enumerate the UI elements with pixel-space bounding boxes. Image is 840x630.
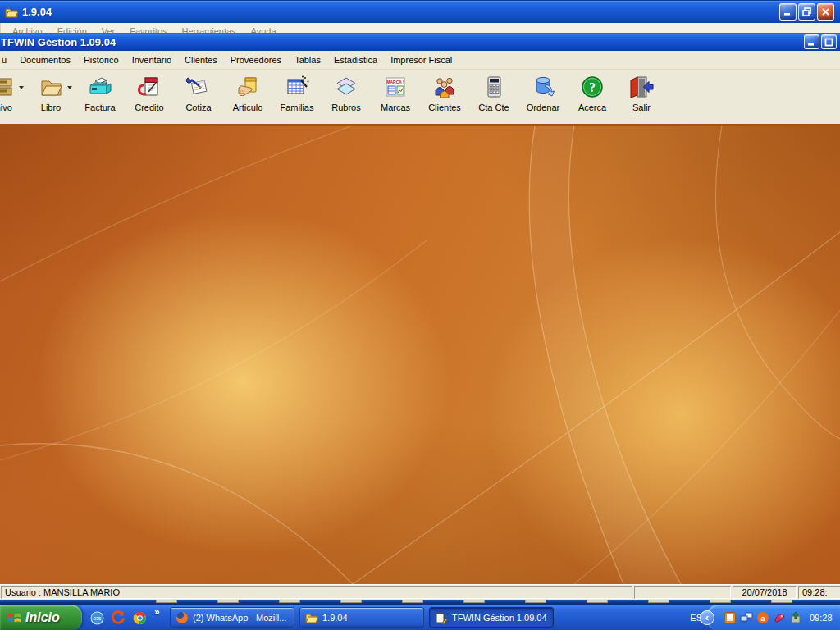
screen: 1.9.04 Archivo Edición Ver Favoritos Her… <box>0 0 840 630</box>
toolbar-button-cta-cte[interactable]: Cta Cte <box>469 70 518 124</box>
tray-clock[interactable]: 09:28 <box>810 613 833 623</box>
folder-icon <box>305 611 318 624</box>
database-sort-icon <box>530 74 556 100</box>
explorer-minimize-button[interactable] <box>779 3 797 21</box>
menu-item-inventario[interactable]: Inventario <box>126 52 178 68</box>
libro-dropdown-arrow[interactable] <box>67 86 72 89</box>
explorer-close-button[interactable] <box>817 3 834 21</box>
usb-device-icon[interactable] <box>789 611 802 624</box>
quote-pad-icon <box>185 74 212 100</box>
toolbar-button-libro[interactable]: Libro <box>26 70 75 124</box>
windows-flag-icon <box>7 610 21 625</box>
explorer-window-title: 1.9.04 <box>22 6 52 18</box>
menu-item-historico[interactable]: Historico <box>77 52 126 68</box>
svg-text:935: 935 <box>93 616 101 621</box>
toolbar-button-archivo[interactable]: chivo <box>0 70 26 124</box>
explorer-menu-edicion: Edición <box>57 26 87 33</box>
article-hand-icon <box>235 74 261 100</box>
statusbar-time: 09:28: <box>798 586 840 599</box>
toolbar-button-ordenar[interactable]: Ordenar <box>518 70 568 124</box>
people-icon <box>431 74 458 100</box>
taskbar-button-label: 1.9.04 <box>322 613 348 623</box>
toolbar-button-salir[interactable]: Salir <box>617 70 666 124</box>
toolbar-button-articulo[interactable]: Articulo <box>223 70 272 124</box>
statusbar-blank-panel <box>634 586 731 599</box>
explorer-menu-ayuda: Ayuda <box>251 26 276 33</box>
archivo-dropdown-arrow[interactable] <box>19 86 24 89</box>
toolbar-button-factura[interactable]: Factura <box>75 70 125 124</box>
exit-door-icon <box>628 74 655 100</box>
menu-item-estadistica[interactable]: Estadistica <box>327 52 384 68</box>
red-tool-icon[interactable] <box>773 611 786 624</box>
menu-item-tablas[interactable]: Tablas <box>288 52 327 68</box>
wallpaper-swoosh-lines <box>0 126 840 584</box>
archive-icon <box>0 74 15 100</box>
app-toolbar: chivo Libro Factura Credito Cotiza Artic… <box>0 70 840 126</box>
explorer-menu-favoritos: Favoritos <box>130 26 167 33</box>
app-titlebar[interactable]: TFWIN Géstion 1.09.04 <box>0 33 840 51</box>
sheets-icon <box>333 74 359 100</box>
menu-item-clientes[interactable]: Clientes <box>178 52 224 68</box>
print-spooler-icon[interactable] <box>724 611 737 624</box>
taskbar-button-explorer[interactable]: 1.9.04 <box>299 607 424 628</box>
taskbar-button-label: TFWIN Géstion 1.09.04 <box>452 613 547 623</box>
explorer-menubar-clipped: Archivo Edición Ver Favoritos Herramient… <box>0 23 840 33</box>
menu-item-menu-partial[interactable]: u <box>0 52 13 68</box>
start-button-label: Inicio <box>25 610 60 625</box>
statusbar-user: Usuario : MANSILLA MARIO <box>1 586 632 599</box>
explorer-menu-herramientas: Herramientas <box>182 26 236 33</box>
folder-icon <box>5 6 18 19</box>
explorer-titlebar[interactable]: 1.9.04 <box>0 0 840 23</box>
calculator-icon <box>481 74 507 100</box>
app-statusbar: Usuario : MANSILLA MARIO 20/07/2018 09:2… <box>0 584 840 600</box>
credit-notepad-icon <box>136 74 162 100</box>
help-icon: ? <box>579 74 605 100</box>
start-button[interactable]: Inicio <box>0 605 82 630</box>
refresh-arrow-icon[interactable] <box>110 609 126 626</box>
menu-item-impresor-fiscal[interactable]: Impresor Fiscal <box>384 52 459 68</box>
network-monitors-icon[interactable] <box>740 611 753 624</box>
taskbar-button-label: (2) WhatsApp - Mozill... <box>193 613 286 623</box>
firefox-icon <box>176 611 189 624</box>
toolbar-button-clientes[interactable]: Clientes <box>420 70 469 124</box>
app-menubar: u Documentos Historico Inventario Client… <box>0 51 840 70</box>
taskbar-button-whatsapp[interactable]: (2) WhatsApp - Mozill... <box>170 607 294 628</box>
toolbar-button-credito[interactable]: Credito <box>125 70 174 124</box>
toolbar-button-marcas[interactable]: MARCA ! Marcas <box>371 70 420 124</box>
explorer-menu-ver: Ver <box>102 26 116 33</box>
overflow-chevron-icon[interactable]: » <box>153 606 162 618</box>
desktop-wallpaper <box>0 126 840 584</box>
menu-item-documentos[interactable]: Documentos <box>13 52 77 68</box>
badge-935-icon[interactable]: 935 <box>89 609 105 626</box>
chrome-icon[interactable] <box>131 609 148 626</box>
app-window-title: TFWIN Géstion 1.09.04 <box>1 36 116 48</box>
toolbar-button-acerca[interactable]: ? Acerca <box>568 70 617 124</box>
taskbar: Inicio 935 » (2) WhatsApp - Mozill... <box>0 604 840 630</box>
menu-item-proveedores[interactable]: Proveedores <box>224 52 288 68</box>
svg-text:?: ? <box>589 80 596 94</box>
table-wand-icon <box>284 74 310 100</box>
app-maximize-button[interactable] <box>821 34 837 49</box>
statusbar-date: 20/07/2018 <box>733 586 797 599</box>
tfwin-app-icon <box>435 611 448 624</box>
svg-text:MARCA !: MARCA ! <box>386 80 404 84</box>
explorer-menu-archivo: Archivo <box>12 26 43 33</box>
toolbar-button-cotiza[interactable]: Cotiza <box>174 70 223 124</box>
hide-icons-chevron[interactable]: ‹ <box>700 610 714 625</box>
printer-icon <box>87 74 113 100</box>
open-folder-icon <box>38 74 64 100</box>
marca-card-icon: MARCA ! <box>382 74 409 100</box>
system-tray: ‹ a 09:28 <box>707 605 840 630</box>
app-minimize-button[interactable] <box>804 34 819 49</box>
toolbar-button-rubros[interactable]: Rubros <box>322 70 371 124</box>
taskbar-button-tfwin[interactable]: TFWIN Géstion 1.09.04 <box>429 607 554 628</box>
explorer-restore-button[interactable] <box>798 3 815 21</box>
toolbar-button-familias[interactable]: Familias <box>272 70 322 124</box>
antivirus-icon[interactable]: a <box>756 611 769 624</box>
